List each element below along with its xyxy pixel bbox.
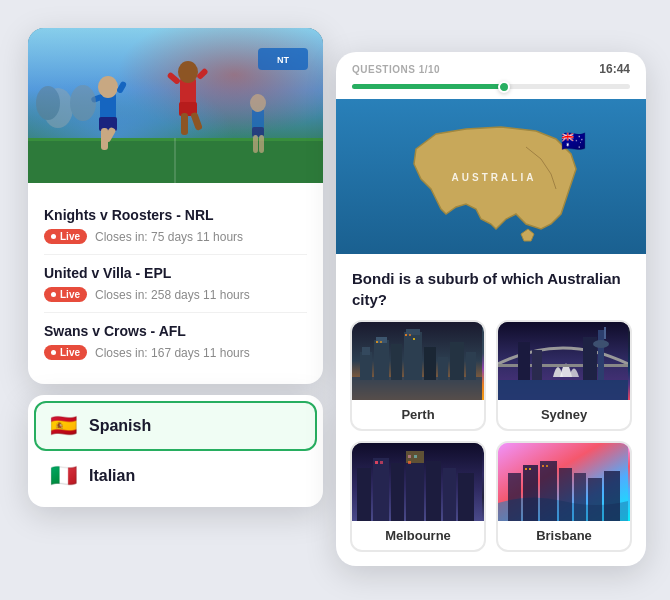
match-item[interactable]: Swans v Crows - AFL Live Closes in: 167 … <box>44 313 307 370</box>
progress-track <box>352 84 630 89</box>
svg-rect-58 <box>357 468 371 521</box>
quiz-question: Bondi is a suburb of which Australian ci… <box>336 254 646 320</box>
svg-rect-74 <box>540 461 557 521</box>
match-item[interactable]: Knights v Roosters - NRL Live Closes in:… <box>44 197 307 255</box>
svg-rect-54 <box>598 330 604 380</box>
svg-rect-36 <box>391 344 402 380</box>
match-title: Knights v Roosters - NRL <box>44 207 307 223</box>
spanish-flag-icon: 🇪🇸 <box>50 415 77 437</box>
svg-rect-62 <box>426 461 441 521</box>
svg-rect-75 <box>559 468 572 521</box>
svg-rect-81 <box>542 465 544 467</box>
svg-text:NT: NT <box>277 55 289 65</box>
closes-text: Closes in: 75 days 11 hours <box>95 230 243 244</box>
sports-image: NT <box>28 28 323 183</box>
live-dot <box>51 350 56 355</box>
svg-rect-50 <box>498 364 628 367</box>
svg-rect-82 <box>546 465 548 467</box>
svg-rect-14 <box>181 113 188 135</box>
answer-option-brisbane[interactable]: Brisbane <box>496 441 632 552</box>
melbourne-label: Melbourne <box>352 521 484 550</box>
svg-rect-70 <box>406 451 424 463</box>
svg-rect-79 <box>525 468 527 470</box>
svg-rect-63 <box>443 468 456 521</box>
svg-point-12 <box>178 61 198 83</box>
svg-rect-41 <box>450 342 464 380</box>
match-title: United v Villa - EPL <box>44 265 307 281</box>
answer-option-melbourne[interactable]: Melbourne <box>350 441 486 552</box>
live-badge: Live <box>44 287 87 302</box>
svg-rect-43 <box>376 341 378 343</box>
language-item-italian[interactable]: 🇮🇹 Italian <box>34 451 317 501</box>
live-badge: Live <box>44 229 87 244</box>
answer-grid: Perth <box>336 320 646 566</box>
italian-label: Italian <box>89 467 135 485</box>
sports-card: NT Knights v Roosters - NRL Live Closes … <box>28 28 323 384</box>
svg-rect-76 <box>574 473 586 521</box>
svg-rect-33 <box>362 347 370 355</box>
match-meta: Live Closes in: 167 days 11 hours <box>44 345 307 360</box>
svg-rect-45 <box>405 334 407 336</box>
svg-rect-65 <box>375 461 378 464</box>
svg-rect-52 <box>532 350 542 380</box>
svg-rect-80 <box>529 468 531 470</box>
answer-option-sydney[interactable]: Sydney <box>496 320 632 431</box>
australia-flag-marker: 🇦🇺 <box>561 129 586 153</box>
sydney-image <box>498 322 630 400</box>
svg-rect-40 <box>438 357 448 380</box>
closes-text: Closes in: 258 days 11 hours <box>95 288 250 302</box>
match-item[interactable]: United v Villa - EPL Live Closes in: 258… <box>44 255 307 313</box>
closes-text: Closes in: 167 days 11 hours <box>95 346 250 360</box>
match-meta: Live Closes in: 75 days 11 hours <box>44 229 307 244</box>
svg-point-19 <box>250 94 266 112</box>
svg-rect-73 <box>523 465 538 521</box>
svg-rect-42 <box>466 352 476 380</box>
perth-image <box>352 322 484 400</box>
quiz-header: QUESTIONS 1/10 16:44 <box>336 52 646 84</box>
svg-rect-77 <box>588 478 602 521</box>
language-item-spanish[interactable]: 🇪🇸 Spanish <box>34 401 317 451</box>
live-dot <box>51 234 56 239</box>
svg-rect-44 <box>380 341 382 343</box>
svg-rect-47 <box>413 338 415 340</box>
svg-rect-31 <box>352 377 482 400</box>
svg-point-24 <box>70 85 96 121</box>
svg-rect-34 <box>374 340 389 380</box>
quiz-map: AUSTRALIA 🇦🇺 <box>336 99 646 254</box>
spanish-label: Spanish <box>89 417 151 435</box>
perth-label: Perth <box>352 400 484 429</box>
svg-rect-46 <box>409 334 411 336</box>
match-meta: Live Closes in: 258 days 11 hours <box>44 287 307 302</box>
svg-rect-22 <box>259 135 264 153</box>
svg-rect-32 <box>360 352 372 380</box>
brisbane-image <box>498 443 630 521</box>
time-label: 16:44 <box>599 62 630 76</box>
italian-flag-icon: 🇮🇹 <box>50 465 77 487</box>
svg-point-25 <box>36 86 60 120</box>
svg-rect-78 <box>604 471 620 521</box>
svg-rect-51 <box>518 342 530 380</box>
svg-rect-38 <box>406 329 420 335</box>
live-dot <box>51 292 56 297</box>
svg-point-55 <box>593 340 609 348</box>
answer-option-perth[interactable]: Perth <box>350 320 486 431</box>
sports-content: Knights v Roosters - NRL Live Closes in:… <box>28 183 323 384</box>
svg-rect-64 <box>458 473 474 521</box>
progress-thumb <box>498 81 510 93</box>
svg-rect-60 <box>391 463 404 521</box>
svg-text:AUSTRALIA: AUSTRALIA <box>452 172 537 183</box>
svg-rect-49 <box>498 380 628 400</box>
brisbane-label: Brisbane <box>498 521 630 550</box>
svg-rect-56 <box>604 327 606 339</box>
svg-rect-59 <box>373 458 389 521</box>
live-badge: Live <box>44 345 87 360</box>
questions-label: QUESTIONS 1/10 <box>352 64 440 75</box>
svg-rect-72 <box>508 473 521 521</box>
progress-bar-container <box>336 84 646 99</box>
svg-rect-21 <box>253 135 258 153</box>
svg-rect-39 <box>424 347 436 380</box>
svg-rect-66 <box>380 461 383 464</box>
quiz-card: QUESTIONS 1/10 16:44 AUSTRALIA <box>336 52 646 566</box>
progress-fill <box>352 84 505 89</box>
language-card: 🇪🇸 Spanish 🇮🇹 Italian <box>28 395 323 507</box>
